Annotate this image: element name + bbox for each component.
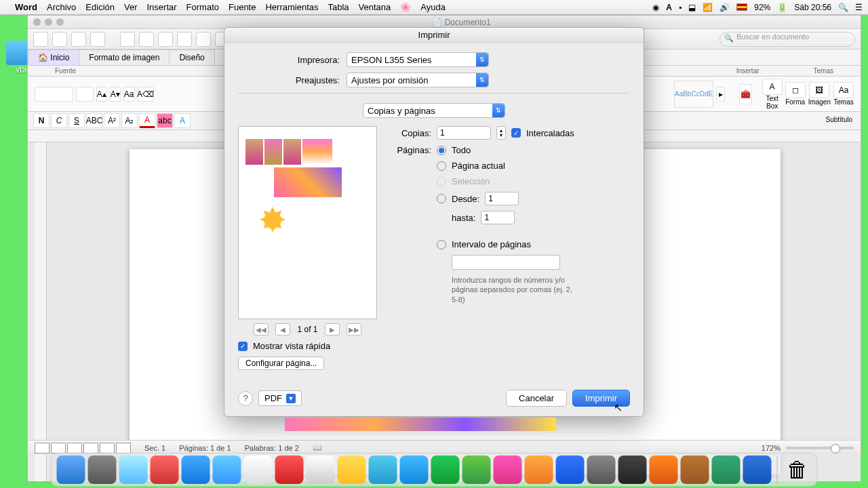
quick-preview-checkbox[interactable]: [238, 342, 248, 351]
volume-icon[interactable]: 🔊: [719, 3, 730, 12]
dock-itunes[interactable]: [494, 455, 522, 484]
style-sample[interactable]: AaBbCcDdE: [674, 81, 713, 108]
superscript-button[interactable]: A²: [104, 113, 120, 128]
insert-textbox-button[interactable]: AText Box: [762, 79, 783, 110]
toolbox-button[interactable]: 🧰: [739, 84, 753, 104]
spellcheck-icon[interactable]: 📖: [313, 443, 322, 452]
wifi-icon[interactable]: 📶: [703, 3, 713, 12]
view-print-button[interactable]: [83, 443, 98, 453]
dock-messages[interactable]: [400, 455, 429, 484]
page-setup-button[interactable]: Configurar página...: [238, 357, 324, 370]
dock-preview[interactable]: [338, 455, 366, 484]
grow-font-button[interactable]: A▴: [96, 87, 107, 102]
dock-safari[interactable]: [88, 455, 117, 484]
collated-checkbox[interactable]: [511, 128, 521, 138]
presets-select[interactable]: Ajustes por omisión⇅: [347, 73, 489, 87]
highlight-button[interactable]: abc: [157, 113, 173, 128]
tab-formato-imagen[interactable]: Formato de imagen: [79, 49, 170, 65]
dock-appstore[interactable]: [556, 455, 585, 484]
dock-excel[interactable]: [712, 455, 741, 484]
menu-fuente[interactable]: Fuente: [229, 2, 256, 12]
view-outline-button[interactable]: [51, 443, 66, 453]
minimize-button[interactable]: [45, 18, 52, 26]
insert-shape-button[interactable]: ◻Forma: [785, 82, 806, 106]
subscript-button[interactable]: A₂: [121, 113, 138, 128]
printer-select[interactable]: EPSON L355 Series⇅: [347, 52, 489, 67]
dock-word[interactable]: [743, 455, 772, 484]
new-doc-button[interactable]: [33, 32, 48, 47]
zoom-slider[interactable]: [786, 447, 854, 449]
menu-edicion[interactable]: Edición: [85, 2, 115, 12]
shrink-font-button[interactable]: A▾: [110, 87, 121, 102]
font-name-select[interactable]: [35, 87, 73, 102]
strike-button[interactable]: ABC: [86, 113, 102, 128]
cloud-icon[interactable]: 🌸: [400, 2, 411, 12]
vertical-ruler[interactable]: [35, 142, 47, 481]
view-draft-button[interactable]: [35, 443, 50, 453]
radio-from[interactable]: [437, 194, 446, 203]
status-icon[interactable]: ▪: [679, 3, 682, 12]
copy-button[interactable]: [139, 32, 154, 47]
page-range-input[interactable]: [452, 255, 560, 270]
view-focus-button[interactable]: [116, 443, 131, 453]
menu-insertar[interactable]: Insertar: [147, 2, 177, 12]
dock[interactable]: 🗑: [51, 453, 818, 487]
notifications-icon[interactable]: ☰: [855, 3, 863, 12]
dock-facetime[interactable]: [431, 455, 460, 484]
section-select[interactable]: Copias y páginas⇅: [363, 103, 505, 118]
spotlight-icon[interactable]: 🔍: [838, 3, 848, 12]
dock-ibooks[interactable]: [525, 455, 553, 484]
view-notebook-button[interactable]: [100, 443, 115, 453]
font-color-button[interactable]: A: [139, 113, 155, 128]
italic-button[interactable]: C: [51, 113, 67, 128]
input-source-icon[interactable]: [736, 3, 747, 11]
tab-diseno[interactable]: Diseño: [169, 49, 214, 65]
help-button[interactable]: ?: [238, 391, 253, 406]
menu-ventana[interactable]: Ventana: [359, 2, 391, 12]
menubar[interactable]: Word Archivo Edición Ver Insertar Format…: [0, 0, 868, 15]
save-button[interactable]: [71, 32, 86, 47]
radio-page-range[interactable]: [437, 240, 446, 249]
search-input[interactable]: Buscar en documento: [719, 32, 855, 47]
bold-button[interactable]: N: [33, 113, 50, 128]
view-publish-button[interactable]: [67, 443, 82, 453]
cancel-button[interactable]: Cancelar: [506, 390, 567, 407]
menu-tabla[interactable]: Tabla: [328, 2, 349, 12]
dock-numbers[interactable]: [650, 455, 678, 484]
zoom-button[interactable]: [56, 18, 64, 26]
dock-calendar[interactable]: [244, 455, 273, 484]
font-size-select[interactable]: [76, 87, 94, 102]
dock-contacts[interactable]: [462, 455, 491, 484]
adobe-icon[interactable]: A: [666, 3, 672, 12]
menu-ver[interactable]: Ver: [124, 2, 138, 12]
preview-first-button[interactable]: ◀◀: [254, 323, 269, 336]
open-button[interactable]: [52, 32, 67, 47]
format-painter-button[interactable]: [177, 32, 192, 47]
clear-format-button[interactable]: A⌫: [138, 87, 154, 102]
dock-launchpad[interactable]: [119, 455, 148, 484]
dock-photos[interactable]: [369, 455, 397, 484]
cut-button[interactable]: [120, 32, 135, 47]
close-button[interactable]: [33, 18, 41, 26]
menu-herramientas[interactable]: Herramientas: [265, 2, 318, 12]
print-button[interactable]: Imprimir: [572, 390, 630, 407]
styles-more-button[interactable]: ▸: [716, 87, 725, 102]
from-input[interactable]: [485, 192, 519, 205]
dock-chrome[interactable]: [213, 455, 241, 484]
print-button[interactable]: [90, 32, 105, 47]
screenrec-icon[interactable]: ◉: [652, 3, 659, 12]
copies-stepper[interactable]: ▲▼: [496, 126, 506, 140]
dropbox-icon[interactable]: ⬓: [688, 3, 696, 12]
copies-input[interactable]: [437, 126, 491, 140]
dock-trash[interactable]: 🗑: [783, 455, 812, 484]
underline-button[interactable]: S: [68, 113, 85, 128]
insert-image-button[interactable]: 🖼Imagen: [808, 82, 831, 106]
menu-formato[interactable]: Formato: [186, 2, 219, 12]
dock-safari2[interactable]: [182, 455, 210, 484]
dock-settings[interactable]: [587, 455, 616, 484]
change-case-button[interactable]: Aa: [123, 87, 135, 102]
pdf-menu-button[interactable]: PDF▼: [258, 390, 302, 406]
preview-next-button[interactable]: ▶: [325, 323, 340, 336]
menu-archivo[interactable]: Archivo: [47, 2, 76, 12]
undo-button[interactable]: [196, 32, 211, 47]
